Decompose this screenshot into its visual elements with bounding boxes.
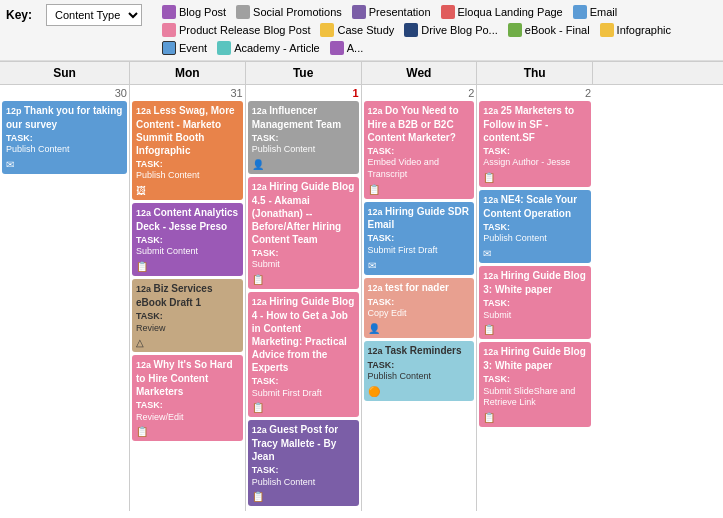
task-label: TASK: <box>136 311 239 323</box>
event-b2b-b2c[interactable]: 12a Do You Need to Hire a B2B or B2C Con… <box>364 101 475 199</box>
event-time: 12a <box>483 347 501 357</box>
task-value: Publish Content <box>483 233 587 245</box>
task-value: Publish Content <box>252 477 355 489</box>
task-label: TASK: <box>483 374 587 386</box>
event-time: 12a <box>252 425 270 435</box>
event-task-reminders[interactable]: 12a Task Reminders TASK: Publish Content… <box>364 341 475 401</box>
email-icon: ✉ <box>368 259 471 272</box>
key-item-a: A... <box>330 40 364 56</box>
task-label: TASK: <box>368 233 471 245</box>
doc-icon: 📋 <box>136 425 239 438</box>
task-label: TASK: <box>483 146 587 158</box>
calendar: Sun Mon Tue Wed Thu 30 12p Thank you for… <box>0 61 723 511</box>
image-icon: 🖼 <box>136 184 239 197</box>
event-label: Event <box>179 40 207 56</box>
col-mon: 31 12a Less Swag, More Content - Marketo… <box>130 85 246 511</box>
header-tue: Tue <box>246 62 362 84</box>
event-ne4[interactable]: 12a NE4: Scale Your Content Operation TA… <box>479 190 591 263</box>
event-time: 12a <box>252 297 270 307</box>
event-influencer[interactable]: 12a Influencer Management Team TASK: Pub… <box>248 101 359 174</box>
content-type-select[interactable]: Content Type Author Status <box>46 4 142 26</box>
email-swatch <box>573 5 587 19</box>
prodrelease-label: Product Release Blog Post <box>179 22 310 38</box>
task-value: Publish Content <box>136 170 239 182</box>
key-item-academy: Academy - Article <box>217 40 320 56</box>
col-wed: 2 12a Do You Need to Hire a B2B or B2C C… <box>362 85 478 511</box>
task-value: Review <box>136 323 239 335</box>
day-num-3: 2 <box>479 87 591 99</box>
key-items: Blog Post Social Promotions Presentation… <box>162 4 717 56</box>
doc-icon: 📋 <box>483 323 587 336</box>
driveblog-label: Drive Blog Po... <box>421 22 497 38</box>
task-value: Publish Content <box>6 144 123 156</box>
day-num-2: 2 <box>364 87 475 99</box>
task-value: Submit <box>252 259 355 271</box>
task-value: Publish Content <box>368 371 471 383</box>
event-content-analytics[interactable]: 12a Content Analytics Deck - Jesse Preso… <box>132 203 243 276</box>
doc-icon: 📋 <box>368 183 471 196</box>
task-value: Copy Edit <box>368 308 471 320</box>
casestudy-swatch <box>320 23 334 37</box>
ebook-label: eBook - Final <box>525 22 590 38</box>
event-time: 12a <box>136 284 154 294</box>
doc-icon: 📋 <box>252 490 355 503</box>
key-item-email: Email <box>573 4 618 20</box>
email-icon: ✉ <box>483 247 587 260</box>
day-num-30: 30 <box>2 87 127 99</box>
task-label: TASK: <box>252 465 355 477</box>
key-item-blogpost: Blog Post <box>162 4 226 20</box>
triangle-icon: △ <box>136 336 239 349</box>
day-num-1: 1 <box>248 87 359 99</box>
header-fri <box>593 62 723 84</box>
event-hiring-blog3b[interactable]: 12a Hiring Guide Blog 3: White paper TAS… <box>479 342 591 427</box>
event-hiring-4[interactable]: 12a Hiring Guide Blog 4 - How to Get a J… <box>248 292 359 417</box>
event-why-hard[interactable]: 12a Why It's So Hard to Hire Content Mar… <box>132 355 243 441</box>
event-time: 12a <box>483 106 501 116</box>
ebook-swatch <box>508 23 522 37</box>
task-value: Submit Content <box>136 246 239 258</box>
event-swatch <box>162 41 176 55</box>
col-sun: 30 12p Thank you for taking our survey T… <box>0 85 130 511</box>
calendar-header: Sun Mon Tue Wed Thu <box>0 62 723 85</box>
event-hiring-blog3a[interactable]: 12a Hiring Guide Blog 3: White paper TAS… <box>479 266 591 339</box>
event-25-marketers[interactable]: 12a 25 Marketers to Follow in SF - conte… <box>479 101 591 187</box>
task-value: Submit First Draft <box>368 245 471 257</box>
prodrelease-swatch <box>162 23 176 37</box>
circle-icon: 🟠 <box>368 385 471 398</box>
event-hiring-45[interactable]: 12a Hiring Guide Blog 4.5 - Akamai (Jona… <box>248 177 359 289</box>
doc-icon: 📋 <box>136 260 239 273</box>
event-title: Thank you for taking our survey <box>6 105 122 130</box>
email-icon: ✉ <box>6 158 123 171</box>
blogpost-swatch <box>162 5 176 19</box>
academy-label: Academy - Article <box>234 40 320 56</box>
event-time: 12a <box>368 106 386 116</box>
key-item-prodrelease: Product Release Blog Post <box>162 22 310 38</box>
doc-icon: 📋 <box>252 273 355 286</box>
event-thank-you[interactable]: 12p Thank you for taking our survey TASK… <box>2 101 127 174</box>
task-label: TASK: <box>136 400 239 412</box>
event-sdr-email[interactable]: 12a Hiring Guide SDR Email TASK: Submit … <box>364 202 475 275</box>
task-label: TASK: <box>252 248 355 260</box>
event-time: 12a <box>368 207 386 217</box>
key-item-eloqua: Eloqua Landing Page <box>441 4 563 20</box>
event-less-swag[interactable]: 12a Less Swag, More Content - Marketo Su… <box>132 101 243 200</box>
event-biz-services[interactable]: 12a Biz Services eBook Draft 1 TASK: Rev… <box>132 279 243 352</box>
event-test-nader[interactable]: 12a test for nader TASK: Copy Edit 👤 <box>364 278 475 338</box>
driveblog-swatch <box>404 23 418 37</box>
task-value: Review/Edit <box>136 412 239 424</box>
eloqua-label: Eloqua Landing Page <box>458 4 563 20</box>
key-item-ebook: eBook - Final <box>508 22 590 38</box>
event-time: 12a <box>368 283 386 293</box>
task-value: Submit <box>483 310 587 322</box>
socialpromo-swatch <box>236 5 250 19</box>
doc-icon: 📋 <box>252 401 355 414</box>
academy-swatch <box>217 41 231 55</box>
event-time: 12a <box>136 360 154 370</box>
event-time: 12p <box>6 106 24 116</box>
email-label: Email <box>590 4 618 20</box>
task-value: Embed Video and Transcript <box>368 157 471 180</box>
event-time: 12a <box>368 346 386 356</box>
key-item-event: Event <box>162 40 207 56</box>
calendar-body: 30 12p Thank you for taking our survey T… <box>0 85 723 511</box>
event-guest-post[interactable]: 12a Guest Post for Tracy Mallete - By Je… <box>248 420 359 506</box>
